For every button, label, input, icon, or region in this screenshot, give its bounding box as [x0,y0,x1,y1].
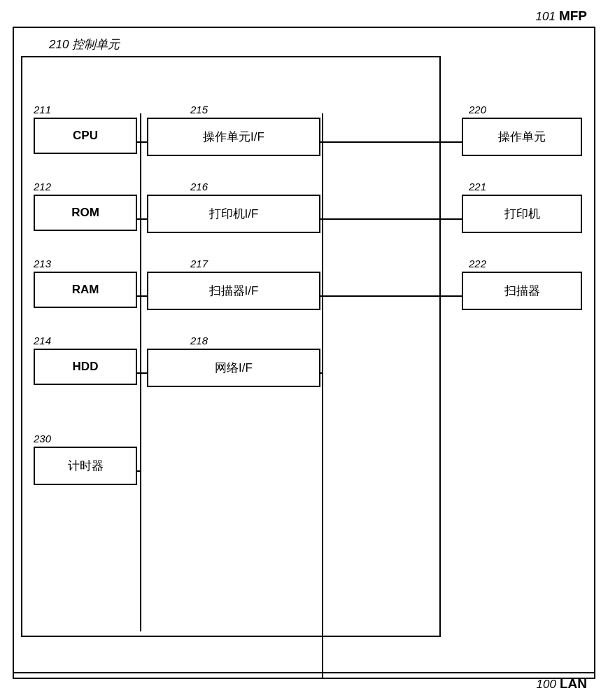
rom-box: ROM [34,195,137,231]
op-id-label: 220 [469,104,486,116]
ram-box: RAM [34,272,137,308]
net-if-label: 网络I/F [215,361,253,374]
ram-id-label: 213 [34,258,51,270]
pr-if-left-conn [141,218,148,220]
hdd-box: HDD [34,349,137,385]
timer-id-label: 230 [34,433,51,445]
sc-if-id-label: 217 [190,258,208,270]
lan-line [13,672,595,673]
pr-if-id-label: 216 [190,181,208,193]
mfp-number: 101 [536,10,556,23]
mfp-text: MFP [559,8,587,23]
rom-id-label: 212 [34,181,51,193]
sc-box: 扫描器 [462,272,582,310]
timer-connector [137,470,141,472]
net-if-left-conn [141,372,148,374]
op-if-box: 操作单元I/F [147,118,320,156]
net-if-box: 网络I/F [147,349,320,387]
timer-label: 计时器 [68,459,104,472]
timer-box: 计时器 [34,447,137,485]
ram-label: RAM [72,283,99,296]
control-unit-num: 210 [49,38,69,51]
pr-label: 打印机 [504,207,540,220]
cpu-label: CPU [73,129,98,142]
sc-conn [322,295,463,297]
pr-if-box: 打印机I/F [147,195,320,233]
pr-if-label: 打印机I/F [209,207,259,220]
op-label: 操作单元 [498,130,546,144]
op-box: 操作单元 [462,118,582,156]
rom-label: ROM [71,206,99,219]
lan-number: 100 [537,678,556,691]
hdd-id-label: 214 [34,335,51,347]
net-if-bottom-conn [320,372,323,374]
diagram: 101 MFP 100 LAN 210 控制单元 211 CPU 212 ROM… [0,0,608,700]
sc-id-label: 222 [469,258,486,270]
sc-if-box: 扫描器I/F [147,272,320,310]
op-if-left-conn [141,141,148,143]
lan-text: LAN [560,676,587,691]
sc-if-left-conn [141,295,148,297]
lan-label: 100 LAN [537,676,587,692]
op-conn [322,141,463,143]
control-unit-text: 控制单元 [72,38,120,51]
sc-if-label: 扫描器I/F [209,284,259,298]
cpu-box: CPU [34,118,137,154]
hdd-label: HDD [73,360,99,373]
sc-label: 扫描器 [504,284,540,298]
control-unit-label: 210 控制单元 [49,36,120,52]
op-if-id-label: 215 [190,104,208,116]
mfp-label: 101 MFP [536,8,588,24]
lan-bus-line [322,588,323,679]
cpu-id-label: 211 [34,104,51,116]
pr-box: 打印机 [462,195,582,233]
pr-id-label: 221 [469,181,486,193]
pr-conn [322,218,463,220]
net-if-id-label: 218 [190,335,208,347]
op-if-label: 操作单元I/F [203,130,264,144]
